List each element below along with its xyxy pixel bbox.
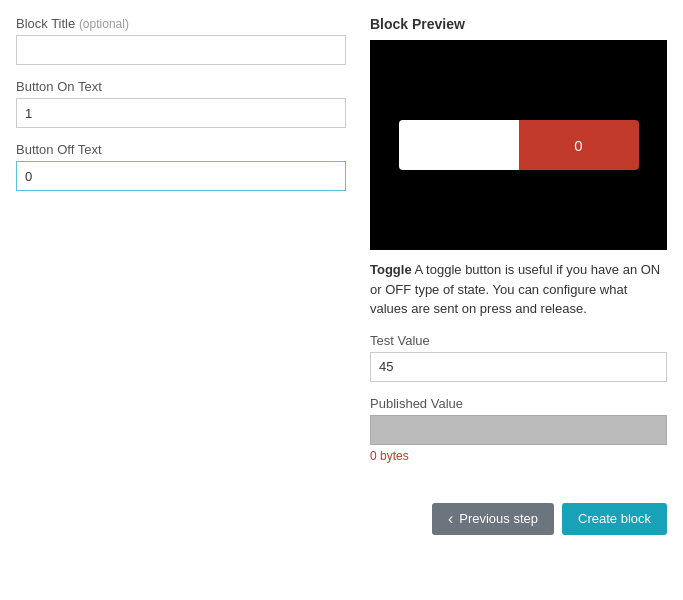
footer: Previous step Create block bbox=[16, 503, 667, 535]
button-on-text-input[interactable] bbox=[16, 98, 346, 128]
previous-step-label: Previous step bbox=[459, 511, 538, 526]
description-body: A toggle button is useful if you have an… bbox=[370, 262, 660, 316]
block-preview-label: Block Preview bbox=[370, 16, 667, 32]
create-block-label: Create block bbox=[578, 511, 651, 526]
test-value-label: Test Value bbox=[370, 333, 667, 348]
toggle-off-side[interactable]: 0 bbox=[519, 120, 639, 170]
toggle-preview[interactable]: 0 bbox=[399, 120, 639, 170]
block-title-group: Block Title (optional) bbox=[16, 16, 346, 65]
create-block-button[interactable]: Create block bbox=[562, 503, 667, 535]
button-off-text-group: Button Off Text bbox=[16, 142, 346, 191]
block-title-label-text: Block Title bbox=[16, 16, 75, 31]
preview-box: 0 bbox=[370, 40, 667, 250]
block-title-label: Block Title (optional) bbox=[16, 16, 346, 31]
button-on-text-group: Button On Text bbox=[16, 79, 346, 128]
chevron-left-icon bbox=[448, 511, 453, 527]
block-title-input[interactable] bbox=[16, 35, 346, 65]
button-off-text-label: Button Off Text bbox=[16, 142, 346, 157]
published-value-label: Published Value bbox=[370, 396, 667, 411]
bytes-text: 0 bytes bbox=[370, 449, 667, 463]
button-off-text-input[interactable] bbox=[16, 161, 346, 191]
button-on-text-label: Button On Text bbox=[16, 79, 346, 94]
toggle-off-value: 0 bbox=[574, 137, 582, 154]
description-bold: Toggle bbox=[370, 262, 412, 277]
description-text: Toggle A toggle button is useful if you … bbox=[370, 260, 667, 319]
published-value-box bbox=[370, 415, 667, 445]
previous-step-button[interactable]: Previous step bbox=[432, 503, 554, 535]
toggle-on-side[interactable] bbox=[399, 120, 519, 170]
test-value-input[interactable] bbox=[370, 352, 667, 382]
block-title-optional: (optional) bbox=[79, 17, 129, 31]
left-panel: Block Title (optional) Button On Text Bu… bbox=[16, 16, 346, 463]
right-panel: Block Preview 0 Toggle A toggle button i… bbox=[370, 16, 667, 463]
